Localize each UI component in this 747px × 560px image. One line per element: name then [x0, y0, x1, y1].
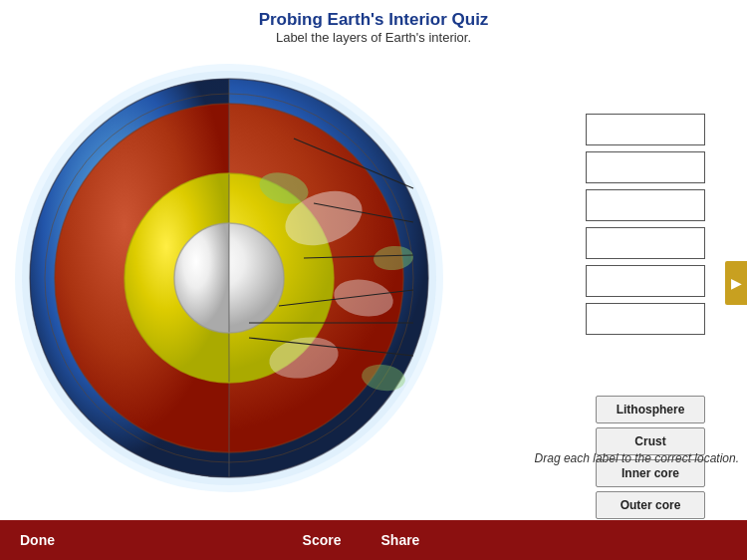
- drop-zone-2[interactable]: [586, 151, 705, 183]
- drop-zone-5[interactable]: [586, 265, 705, 297]
- page-subtitle: Label the layers of Earth's interior.: [0, 30, 747, 45]
- bottom-bar: Done Score Share: [0, 520, 747, 560]
- header: Probing Earth's Interior Quiz Label the …: [0, 0, 747, 49]
- drop-zone-4[interactable]: [586, 227, 705, 259]
- drop-zone-1[interactable]: [586, 114, 705, 145]
- instruction-text: Drag each label to the correct location.: [535, 451, 739, 465]
- next-button[interactable]: [725, 261, 747, 305]
- main-content: Lithosphere Crust Inner core Outer core …: [0, 49, 747, 517]
- share-button[interactable]: Share: [381, 532, 420, 548]
- score-button[interactable]: Score: [303, 532, 342, 548]
- label-lithosphere[interactable]: Lithosphere: [596, 396, 705, 423]
- drop-zone-3[interactable]: [586, 189, 705, 221]
- drop-zones-container: [586, 114, 705, 335]
- done-button[interactable]: Done: [20, 532, 55, 548]
- drop-zone-6[interactable]: [586, 303, 705, 335]
- page-title: Probing Earth's Interior Quiz: [0, 10, 747, 30]
- bottom-center: Score Share: [303, 532, 420, 548]
- earth-diagram: [10, 59, 498, 497]
- label-outer-core[interactable]: Outer core: [596, 491, 705, 519]
